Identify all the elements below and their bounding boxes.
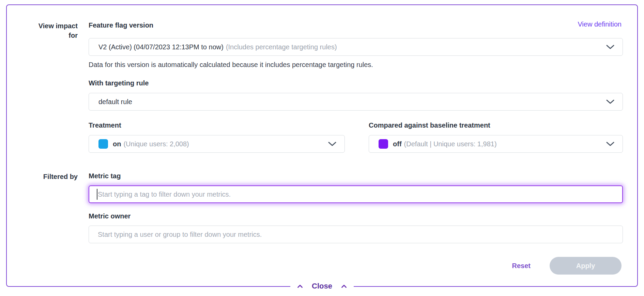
impact-filter-screen: View definition View impact for Feature …	[0, 0, 644, 296]
treatment-label: Treatment	[89, 121, 121, 129]
apply-button[interactable]: Apply	[550, 257, 622, 275]
view-impact-for-label: View impact for	[20, 21, 78, 40]
chevron-down-icon	[328, 142, 336, 146]
chevron-down-icon	[606, 45, 614, 49]
baseline-treatment-label: Compared against baseline treatment	[369, 121, 490, 129]
feature-flag-version-select[interactable]: V2 (Active) (04/07/2023 12:13PM to now) …	[89, 38, 623, 56]
baseline-treatment-value-note: (Default | Unique users: 1,981)	[404, 140, 497, 148]
view-impact-for-label-line2: for	[20, 31, 78, 40]
metric-tag-input[interactable]	[89, 185, 623, 203]
baseline-treatment-color-swatch	[379, 139, 388, 149]
metric-tag-field-wrap	[89, 185, 623, 203]
baseline-treatment-select[interactable]: off (Default | Unique users: 1,981)	[369, 135, 623, 153]
metric-tag-label: Metric tag	[89, 172, 121, 180]
targeting-rule-value: default rule	[98, 98, 132, 106]
with-targeting-rule-label: With targeting rule	[89, 79, 149, 87]
feature-flag-version-value: V2 (Active) (04/07/2023 12:13PM to now)	[98, 43, 224, 51]
feature-flag-version-helper-text: Data for this version is automatically c…	[89, 60, 373, 69]
chevron-up-icon	[341, 284, 347, 288]
feature-flag-version-note: (Includes percentage targeting rules)	[226, 43, 337, 51]
close-panel-toggle[interactable]: Close	[290, 280, 354, 293]
targeting-rule-select[interactable]: default rule	[89, 93, 623, 111]
chevron-down-icon	[606, 99, 614, 104]
filtered-by-label: Filtered by	[20, 172, 78, 181]
treatment-select[interactable]: on (Unique users: 2,008)	[89, 135, 345, 153]
view-impact-for-label-line1: View impact	[20, 21, 78, 31]
chevron-down-icon	[606, 142, 614, 146]
view-definition-link[interactable]: View definition	[578, 20, 622, 28]
metric-owner-input[interactable]	[89, 226, 623, 243]
treatment-value-note: (Unique users: 2,008)	[123, 140, 189, 148]
chevron-up-icon	[297, 284, 303, 288]
text-caret	[97, 189, 97, 200]
treatment-value: on	[113, 140, 121, 148]
close-label: Close	[312, 280, 332, 293]
treatment-color-swatch	[98, 139, 108, 149]
view-impact-filter-panel: View definition View impact for Feature …	[6, 4, 638, 287]
reset-button[interactable]: Reset	[512, 262, 531, 270]
baseline-treatment-value: off	[393, 140, 402, 148]
feature-flag-version-label: Feature flag version	[89, 21, 153, 29]
metric-owner-label: Metric owner	[89, 212, 131, 220]
filter-actions-row: Reset Apply	[512, 257, 622, 275]
